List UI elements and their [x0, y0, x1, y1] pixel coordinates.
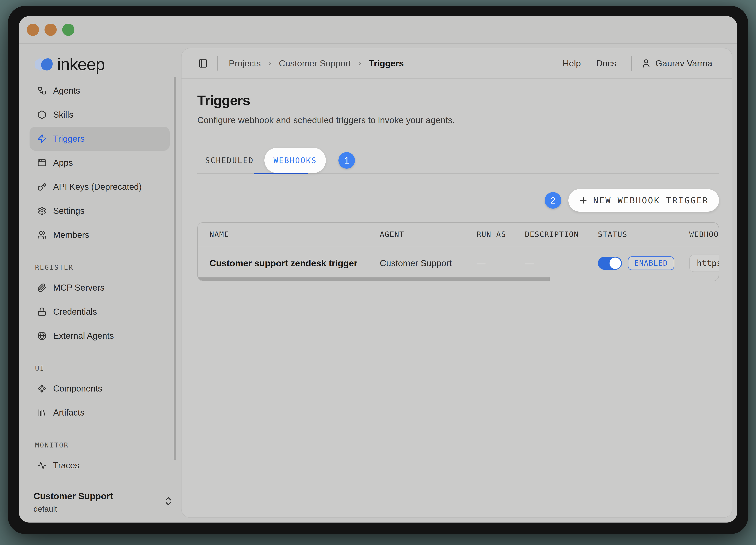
sidebar-item-components[interactable]: Components [30, 377, 170, 401]
page-description: Configure webhook and scheduled triggers… [197, 115, 719, 125]
sidebar-item-apps[interactable]: Apps [30, 151, 170, 175]
sidebar-item-label: Settings [53, 206, 84, 216]
column-header-description: DESCRIPTION [525, 230, 598, 238]
workflow-icon [37, 86, 46, 95]
panel-left-icon [198, 58, 208, 68]
trigger-agent: Customer Support [380, 258, 477, 268]
hexagon-icon [37, 110, 46, 119]
topbar-divider [217, 56, 218, 70]
trigger-name: Customer support zendesk trigger [198, 258, 380, 268]
table-row[interactable]: Customer support zendesk trigger Custome… [198, 246, 719, 280]
table-horizontal-scrollbar[interactable] [198, 278, 550, 281]
sidebar-item-members[interactable]: Members [30, 223, 170, 247]
toggle-knob [610, 257, 621, 269]
sidebar-item-credentials[interactable]: Credentials [30, 300, 170, 324]
breadcrumb-current: Triggers [369, 58, 404, 69]
page-title: Triggers [197, 93, 719, 108]
sidebar-item-traces[interactable]: Traces [30, 453, 170, 477]
sidebar-item-label: Agents [53, 86, 80, 96]
help-link[interactable]: Help [563, 58, 581, 69]
plus-icon [579, 196, 588, 205]
paperclip-icon [37, 283, 46, 292]
globe-icon [37, 331, 46, 340]
sidebar-item-api-keys[interactable]: API Keys (Deprecated) [30, 175, 170, 199]
app-screen: inkeep Agents Skills Triggers [19, 16, 737, 523]
close-button[interactable] [27, 24, 39, 36]
component-icon [37, 384, 46, 393]
tab-scheduled[interactable]: SCHEDULED [205, 156, 254, 165]
docs-link[interactable]: Docs [596, 58, 616, 69]
library-icon [37, 408, 46, 417]
sidebar-item-label: API Keys (Deprecated) [53, 182, 142, 192]
actions-row: 2 NEW WEBHOOK TRIGGER [197, 189, 719, 211]
sidebar-item-label: External Agents [53, 331, 114, 341]
project-switcher[interactable]: Customer Support default [33, 491, 174, 513]
tab-bar: SCHEDULED WEBHOOKS 1 [197, 147, 719, 174]
webhook-url-chip[interactable]: https [689, 254, 719, 272]
new-webhook-trigger-button[interactable]: NEW WEBHOOK TRIGGER [568, 189, 719, 211]
triggers-table: NAME AGENT RUN AS DESCRIPTION STATUS WEB… [197, 222, 719, 281]
column-header-status: STATUS [598, 230, 689, 238]
trigger-description: — [525, 258, 598, 268]
annotation-badge-2: 2 [545, 192, 561, 209]
sidebar-item-artifacts[interactable]: Artifacts [30, 401, 170, 425]
topbar-right-divider [631, 56, 632, 71]
sidebar-item-label: Credentials [53, 307, 97, 317]
sidebar-nav: Agents Skills Triggers Apps [30, 79, 170, 477]
trigger-status-cell: ENABLED [598, 256, 689, 270]
sidebar-section-register: REGISTER [35, 263, 170, 271]
sidebar-item-agents[interactable]: Agents [30, 79, 170, 103]
titlebar [19, 16, 737, 44]
status-badge: ENABLED [628, 256, 674, 270]
column-header-webhook-url: WEBHOOK URL [689, 230, 719, 238]
lock-icon [37, 307, 46, 316]
sidebar-item-label: Components [53, 384, 102, 394]
topbar-right: Help Docs Gaurav Varma [563, 56, 712, 71]
user-name: Gaurav Varma [655, 58, 712, 69]
sidebar-toggle-button[interactable] [198, 58, 208, 68]
sidebar-item-external-agents[interactable]: External Agents [30, 324, 170, 348]
breadcrumb-project[interactable]: Customer Support [279, 58, 351, 69]
activity-icon [37, 461, 46, 470]
sidebar-scrollbar[interactable] [174, 77, 176, 460]
sidebar-item-triggers[interactable]: Triggers [30, 127, 170, 151]
breadcrumb-projects[interactable]: Projects [229, 58, 261, 69]
app-window: inkeep Agents Skills Triggers [8, 6, 748, 534]
sidebar-section-monitor: MONITOR [35, 441, 170, 449]
sidebar-item-label: MCP Servers [53, 283, 105, 293]
project-name: Customer Support [33, 491, 174, 501]
zoom-button[interactable] [62, 24, 74, 36]
zap-icon [37, 134, 46, 143]
tab-webhooks[interactable]: WEBHOOKS [264, 148, 326, 173]
sidebar-item-skills[interactable]: Skills [30, 103, 170, 127]
main-panel: Projects Customer Support Triggers Help … [181, 48, 732, 518]
new-webhook-trigger-label: NEW WEBHOOK TRIGGER [593, 195, 709, 205]
chevron-right-icon [356, 60, 363, 67]
minimize-button[interactable] [44, 24, 57, 36]
active-tab-indicator [254, 173, 308, 174]
sidebar-section-ui: UI [35, 364, 170, 372]
sidebar-item-label: Members [53, 230, 89, 240]
user-menu[interactable]: Gaurav Varma [641, 58, 712, 69]
trigger-run-as: — [477, 258, 525, 268]
sidebar: inkeep Agents Skills Triggers [19, 44, 181, 523]
sidebar-item-settings[interactable]: Settings [30, 199, 170, 223]
logo: inkeep [33, 55, 105, 74]
chevron-right-icon [266, 60, 273, 67]
users-icon [37, 230, 46, 239]
status-toggle[interactable] [598, 257, 622, 270]
column-header-agent: AGENT [380, 230, 477, 238]
inkeep-logo-icon [33, 58, 54, 71]
sidebar-item-label: Skills [53, 110, 73, 120]
column-header-run-as: RUN AS [477, 230, 525, 238]
sidebar-item-mcp-servers[interactable]: MCP Servers [30, 276, 170, 300]
project-environment: default [33, 505, 174, 513]
key-icon [37, 182, 46, 191]
sidebar-item-label: Artifacts [53, 408, 84, 418]
page-content: Triggers Configure webhook and scheduled… [182, 93, 732, 281]
table-header-row: NAME AGENT RUN AS DESCRIPTION STATUS WEB… [198, 223, 719, 246]
sidebar-item-label: Triggers [53, 134, 85, 144]
gear-icon [37, 206, 46, 215]
app-window-icon [37, 158, 46, 167]
user-icon [641, 58, 651, 68]
